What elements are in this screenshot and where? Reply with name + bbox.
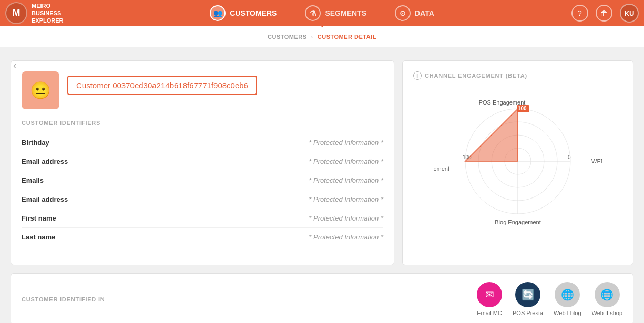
nav-data[interactable]: ⊙ DATA [389,3,441,24]
identifier-value: * Protected Information * [202,133,383,152]
identifier-label: Emails [22,171,202,190]
source-circle-pos_presta: 🔄 [515,282,540,307]
customers-icon: 👥 [210,5,226,21]
source-web_i_blog[interactable]: 🌐 Web I blog [554,282,581,316]
source-label-web_ii_shop: Web II shop [592,310,623,316]
source-circle-web_ii_shop: 🌐 [595,282,620,307]
customer-avatar: 😐 [22,71,59,109]
svg-text:100: 100 [518,106,527,111]
source-circle-web_i_blog: 🌐 [555,282,580,307]
svg-text:Blog Engagement: Blog Engagement [495,219,540,225]
source-label-email_mc: Email MC [477,310,502,316]
channel-engagement-title: i CHANNEL ENGAGEMENT (BETA) [413,71,622,80]
info-icon: i [413,71,422,80]
breadcrumb-parent[interactable]: CUSTOMERS [268,34,307,40]
identifier-label: Email address [22,190,202,209]
customer-header: 😐 Customer 00370ed30a214b618f67771f908c0… [22,71,383,109]
nav-right: ? 🗑 KU [555,4,639,23]
channel-engagement-panel: i CHANNEL ENGAGEMENT (BETA) [402,60,633,265]
identifiers-section-title: CUSTOMER IDENTIFIERS [22,120,383,126]
identifier-value: * Protected Information * [202,209,383,228]
source-email_mc[interactable]: ✉ Email MC [477,282,502,316]
data-icon: ⊙ [395,5,411,21]
svg-text:100: 100 [463,154,472,160]
back-button[interactable]: ‹ [11,57,19,74]
customer-id: Customer 00370ed30a214b618f67771f908c0eb… [67,76,257,95]
identifiers-table: Birthday * Protected Information * Email… [22,133,383,246]
source-icons: ✉ Email MC 🔄 POS Presta 🌐 Web I blog 🌐 W… [477,282,622,316]
identified-in-title: CUSTOMER IDENTIFIED IN [22,296,105,303]
identifier-label: First name [22,209,202,228]
identifier-label: Email address [22,152,202,171]
nav-customers[interactable]: 👥 CUSTOMERS [203,3,283,24]
identifier-row: Birthday * Protected Information * [22,133,383,152]
logo-icon: M [5,2,27,24]
main-content: 😐 Customer 00370ed30a214b618f67771f908c0… [0,53,644,273]
identifier-value: * Protected Information * [202,190,383,209]
identifier-value: * Protected Information * [202,171,383,190]
identifier-row: Email address * Protected Information * [22,152,383,171]
customer-detail-panel: 😐 Customer 00370ed30a214b618f67771f908c0… [11,60,394,265]
identifier-label: Birthday [22,133,202,152]
identifier-label: Last name [22,228,202,247]
segments-icon: ⚗ [305,5,321,21]
svg-text:EDM Engagement: EDM Engagement [434,165,449,172]
identifier-row: Email address * Protected Information * [22,190,383,209]
source-label-web_i_blog: Web I blog [554,310,581,316]
source-web_ii_shop[interactable]: 🌐 Web II shop [592,282,623,316]
identifier-value: * Protected Information * [202,228,383,247]
identifier-row: First name * Protected Information * [22,209,383,228]
logo-area: M MEIRO BUSINESS EXPLORER [5,2,89,25]
source-label-pos_presta: POS Presta [513,310,543,316]
source-circle-email_mc: ✉ [477,282,502,307]
nav-segments[interactable]: ⚗ SEGMENTS [299,3,373,24]
radar-svg: 100 100 100 0 POS Engagement WEB Engagem… [434,93,602,230]
help-button[interactable]: ? [571,5,588,22]
brand-name: MEIRO BUSINESS EXPLORER [32,2,64,25]
breadcrumb-current: CUSTOMER DETAIL [318,34,376,40]
svg-text:WEB Engagement: WEB Engagement [591,158,602,164]
svg-marker-8 [465,109,518,161]
breadcrumb-bar: CUSTOMERS › CUSTOMER DETAIL [0,26,644,47]
identifier-row: Last name * Protected Information * [22,228,383,247]
radar-chart: 100 100 100 0 POS Engagement WEB Engagem… [413,88,622,235]
svg-text:0: 0 [568,154,571,160]
customer-identified-in: CUSTOMER IDENTIFIED IN ✉ Email MC 🔄 POS … [11,273,633,323]
svg-text:POS Engagement: POS Engagement [479,99,526,106]
user-avatar[interactable]: KU [620,4,639,23]
identifier-row: Emails * Protected Information * [22,171,383,190]
identifier-value: * Protected Information * [202,152,383,171]
trash-button[interactable]: 🗑 [596,5,612,22]
nav-center: 👥 CUSTOMERS ⚗ SEGMENTS ⊙ DATA [89,3,555,24]
source-pos_presta[interactable]: 🔄 POS Presta [513,282,543,316]
breadcrumb-separator: › [311,34,313,40]
